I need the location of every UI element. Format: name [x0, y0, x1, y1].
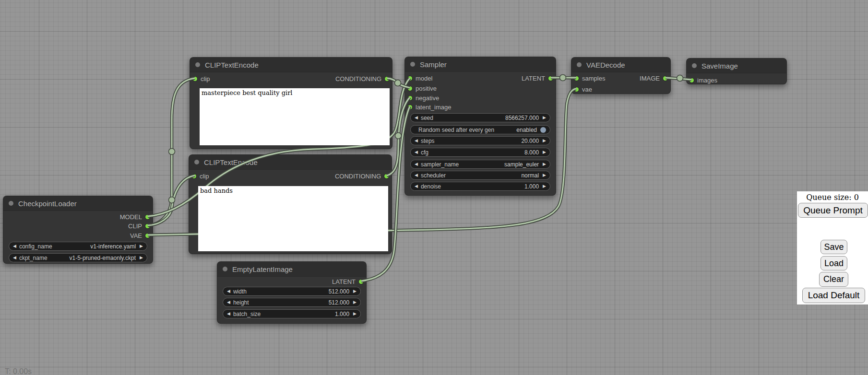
node-title-bar[interactable]: CheckpointLoader — [3, 196, 153, 211]
node-checkpoint-loader[interactable]: CheckpointLoaderMODELCLIPVAE◀config_name… — [3, 196, 153, 264]
arrow-right-icon[interactable]: ▶ — [543, 150, 546, 154]
input-port-dot[interactable] — [690, 78, 694, 82]
node-title-bar[interactable]: SaveImage — [687, 59, 786, 73]
arrow-right-icon[interactable]: ▶ — [140, 244, 143, 248]
arrow-right-icon[interactable]: ▶ — [543, 139, 546, 143]
arrow-left-icon[interactable]: ◀ — [227, 312, 230, 316]
arrow-left-icon[interactable]: ◀ — [415, 162, 418, 166]
widget-batch-size[interactable]: ◀batch_size1.000▶ — [223, 309, 361, 318]
output-port-dot[interactable] — [145, 234, 150, 238]
arrow-right-icon[interactable]: ▶ — [353, 300, 357, 305]
collapse-dot-icon[interactable] — [577, 62, 582, 67]
node-empty-latent-image[interactable]: EmptyLatentImageLATENT◀width512.000▶◀hei… — [217, 261, 367, 324]
load-button[interactable]: Load — [820, 256, 847, 270]
input-port-dot[interactable] — [574, 76, 579, 81]
menu-panel: Queue size: 0 Queue Prompt Save Load Cle… — [797, 191, 868, 305]
collapse-dot-icon[interactable] — [223, 267, 227, 271]
input-port-dot[interactable] — [408, 105, 412, 109]
collapse-dot-icon[interactable] — [9, 201, 13, 206]
arrow-left-icon[interactable]: ◀ — [415, 139, 418, 143]
arrow-left-icon[interactable]: ◀ — [415, 116, 418, 120]
clear-button[interactable]: Clear — [819, 272, 848, 287]
widget-label: ckpt_name — [19, 255, 48, 261]
arrow-left-icon[interactable]: ◀ — [13, 256, 16, 260]
input-port-dot[interactable] — [408, 76, 412, 81]
port-label: vae — [582, 86, 592, 93]
save-button[interactable]: Save — [820, 240, 847, 254]
widget-config-name[interactable]: ◀config_namev1-inference.yaml▶ — [9, 242, 147, 251]
widget-ckpt-name[interactable]: ◀ckpt_namev1-5-pruned-emaonly.ckpt▶ — [9, 253, 147, 262]
output-port-dot[interactable] — [145, 215, 150, 219]
widget-label: batch_size — [233, 311, 261, 317]
widget-label: seed — [421, 115, 433, 121]
arrow-right-icon[interactable]: ▶ — [543, 184, 546, 188]
node-vae-decode[interactable]: VAEDecodesamplesvaeIMAGE — [571, 57, 671, 94]
output-port-MODEL: MODEL — [120, 213, 150, 221]
input-port-dot[interactable] — [408, 86, 412, 91]
widget-sampler-name[interactable]: ◀sampler_namesample_euler▶ — [410, 160, 550, 169]
widget-value: 8566257.000 — [505, 115, 539, 121]
output-port-dot[interactable] — [548, 76, 553, 81]
arrow-right-icon[interactable]: ▶ — [353, 312, 357, 316]
widget-height[interactable]: ◀height512.000▶ — [223, 298, 361, 307]
widget-scheduler[interactable]: ◀schedulernormal▶ — [410, 171, 550, 180]
widget-value: v1-5-pruned-emaonly.ckpt — [70, 255, 136, 261]
arrow-left-icon[interactable]: ◀ — [415, 173, 418, 177]
prompt-text-input[interactable]: bad hands — [198, 186, 388, 251]
arrow-left-icon[interactable]: ◀ — [227, 289, 230, 293]
widget-cfg[interactable]: ◀cfg8.000▶ — [410, 148, 550, 157]
node-title-bar[interactable]: CLIPTextEncode — [189, 155, 392, 170]
node-sampler[interactable]: Samplermodelpositivenegativelatent_image… — [404, 57, 556, 196]
node-title-text: EmptyLatentImage — [232, 265, 293, 273]
arrow-right-icon[interactable]: ▶ — [543, 116, 546, 120]
output-port-dot[interactable] — [385, 77, 389, 81]
output-port-dot[interactable] — [145, 224, 150, 228]
output-port-CONDITIONING: CONDITIONING — [335, 172, 389, 180]
node-title-bar[interactable]: EmptyLatentImage — [217, 262, 366, 277]
widget-steps[interactable]: ◀steps20.000▶ — [410, 136, 550, 145]
widget-width[interactable]: ◀width512.000▶ — [223, 287, 361, 296]
collapse-dot-icon[interactable] — [692, 63, 697, 68]
prompt-text-input[interactable]: masterpiece best quality girl — [200, 88, 390, 145]
arrow-right-icon[interactable]: ▶ — [543, 162, 546, 166]
input-port-dot[interactable] — [408, 96, 412, 100]
node-title-bar[interactable]: Sampler — [405, 57, 556, 72]
queue-prompt-button[interactable]: Queue Prompt — [798, 203, 868, 218]
graph-canvas[interactable]: T: 0.00s CheckpointLoaderMODELCLIPVAE◀co… — [0, 0, 868, 375]
port-label: clip — [200, 173, 209, 180]
arrow-left-icon[interactable]: ◀ — [415, 150, 418, 154]
port-label: positive — [416, 85, 437, 92]
node-save-image[interactable]: SaveImageimages — [686, 58, 787, 84]
widget-label: scheduler — [421, 172, 446, 179]
output-port-dot[interactable] — [359, 280, 363, 284]
node-title-bar[interactable]: VAEDecode — [571, 58, 670, 72]
output-port-CONDITIONING: CONDITIONING — [335, 75, 389, 82]
collapse-dot-icon[interactable] — [410, 62, 415, 67]
arrow-left-icon[interactable]: ◀ — [13, 244, 16, 248]
input-port-dot[interactable] — [574, 87, 579, 92]
port-label: CONDITIONING — [335, 75, 381, 82]
output-port-CLIP: CLIP — [128, 222, 150, 230]
output-port-dot[interactable] — [384, 174, 389, 178]
node-title-bar[interactable]: CLIPTextEncode — [190, 58, 392, 72]
arrow-right-icon[interactable]: ▶ — [140, 256, 143, 260]
output-port-dot[interactable] — [663, 76, 667, 81]
toggle-icon[interactable] — [540, 127, 546, 133]
widget-denoise[interactable]: ◀denoise1.000▶ — [410, 182, 550, 191]
collapse-dot-icon[interactable] — [195, 62, 200, 67]
arrow-left-icon[interactable]: ◀ — [227, 300, 230, 305]
arrow-left-icon[interactable]: ◀ — [415, 184, 418, 188]
load-default-button[interactable]: Load Default — [802, 288, 865, 303]
arrow-right-icon[interactable]: ▶ — [353, 289, 357, 293]
input-port-dot[interactable] — [192, 174, 196, 178]
port-label: negative — [416, 94, 439, 102]
input-port-clip: clip — [193, 75, 210, 82]
node-title-text: CLIPTextEncode — [205, 61, 259, 69]
input-port-dot[interactable] — [193, 77, 197, 81]
widget-label: width — [233, 288, 247, 295]
collapse-dot-icon[interactable] — [194, 160, 199, 164]
widget-label: Random seed after every gen — [418, 127, 494, 133]
widget-random-seed-after-every-gen[interactable]: Random seed after every genenabled — [410, 125, 550, 134]
widget-seed[interactable]: ◀seed8566257.000▶ — [410, 113, 550, 122]
arrow-right-icon[interactable]: ▶ — [543, 173, 546, 177]
